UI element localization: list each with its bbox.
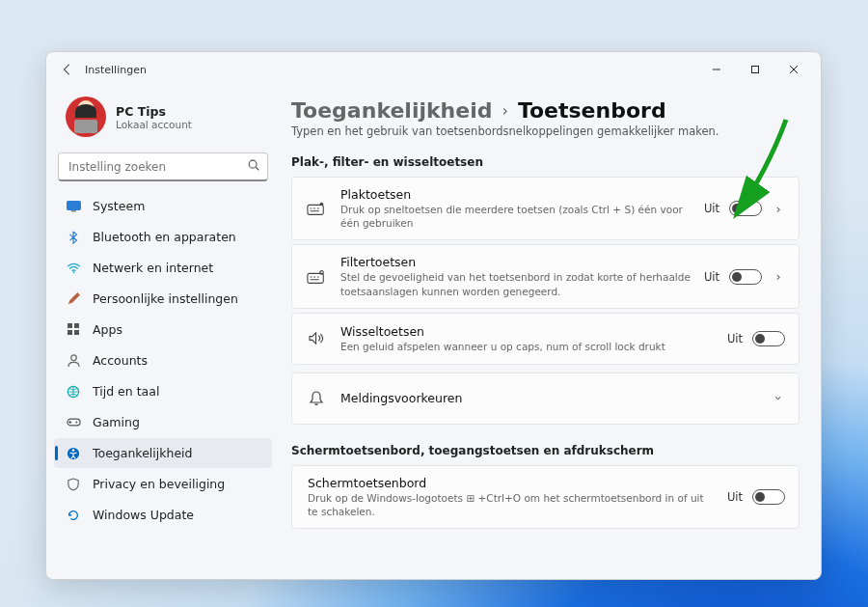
sidebar-item-label: Toegankelijkheid bbox=[93, 446, 193, 460]
card-filtertoetsen[interactable]: Filtertoetsen Stel de gevoeligheid van h… bbox=[291, 244, 800, 308]
svg-rect-4 bbox=[67, 201, 80, 209]
sidebar-item-label: Systeem bbox=[93, 199, 145, 213]
sidebar-item-privacy[interactable]: Privacy en beveiliging bbox=[54, 469, 272, 499]
close-button[interactable] bbox=[774, 55, 813, 84]
sidebar: PC Tips Lokaal account Systeem Bluetooth… bbox=[46, 87, 280, 579]
svg-point-14 bbox=[75, 422, 77, 424]
brush-icon bbox=[66, 291, 81, 307]
svg-rect-9 bbox=[68, 330, 72, 335]
sidebar-item-gaming[interactable]: Gaming bbox=[54, 407, 272, 437]
avatar bbox=[66, 97, 106, 137]
card-desc: Druk op de Windows-logotoets ⊞ +Ctrl+O o… bbox=[308, 491, 714, 518]
settings-window: Instellingen PC Tips Lokaal account bbox=[45, 51, 822, 580]
bluetooth-icon bbox=[66, 230, 81, 245]
person-icon bbox=[66, 353, 81, 369]
svg-point-11 bbox=[70, 354, 76, 360]
content-area: PC Tips Lokaal account Systeem Bluetooth… bbox=[46, 87, 821, 579]
sidebar-item-toegankelijkheid[interactable]: Toegankelijkheid bbox=[54, 438, 272, 468]
card-title: Schermtoetsenbord bbox=[308, 476, 714, 490]
svg-line-3 bbox=[256, 167, 258, 170]
sidebar-item-persoonlijk[interactable]: Persoonlijke instellingen bbox=[54, 284, 272, 314]
toggle-state: Uit bbox=[704, 202, 719, 215]
window-title: Instellingen bbox=[85, 64, 147, 76]
card-title: Filtertoetsen bbox=[340, 255, 691, 269]
sidebar-item-label: Bluetooth en apparaten bbox=[93, 230, 236, 244]
card-title: Plaktoetsen bbox=[340, 187, 691, 202]
svg-point-2 bbox=[249, 160, 257, 168]
sidebar-item-label: Windows Update bbox=[93, 508, 194, 522]
apps-icon bbox=[66, 322, 81, 338]
main-panel: Toegankelijkheid › Toetsenbord Typen en … bbox=[280, 87, 821, 579]
window-controls bbox=[697, 55, 813, 84]
sidebar-item-label: Tijd en taal bbox=[93, 384, 159, 399]
search-wrap bbox=[58, 152, 268, 181]
sidebar-item-netwerk[interactable]: Netwerk en internet bbox=[54, 253, 272, 283]
sidebar-item-bluetooth[interactable]: Bluetooth en apparaten bbox=[54, 222, 272, 252]
svg-point-6 bbox=[72, 271, 74, 273]
titlebar: Instellingen bbox=[46, 52, 821, 87]
toggle-state: Uit bbox=[727, 332, 743, 345]
card-desc: Druk op sneltoetsen die meerdere toetsen… bbox=[340, 203, 691, 230]
monitor-icon bbox=[66, 199, 81, 214]
breadcrumb-parent[interactable]: Toegankelijkheid bbox=[291, 98, 492, 123]
section-label-2: Schermtoetsenbord, toegangstoetsen en af… bbox=[291, 444, 800, 457]
svg-rect-8 bbox=[74, 323, 79, 328]
bell-icon bbox=[306, 390, 327, 406]
svg-rect-17 bbox=[308, 206, 323, 215]
toggle-filtertoetsen[interactable] bbox=[729, 269, 762, 285]
shield-icon bbox=[66, 477, 81, 492]
profile-subtitle: Lokaal account bbox=[116, 119, 192, 130]
svg-rect-5 bbox=[71, 210, 76, 212]
search-input[interactable] bbox=[58, 152, 268, 181]
card-desc: Stel de gevoeligheid van het toetsenbord… bbox=[340, 270, 691, 297]
section-label-1: Plak-, filter- en wisseltoetsen bbox=[291, 155, 800, 169]
toggle-state: Uit bbox=[727, 490, 743, 504]
back-button[interactable] bbox=[54, 56, 81, 83]
sidebar-item-apps[interactable]: Apps bbox=[54, 315, 272, 345]
toggle-wisseltoetsen[interactable] bbox=[752, 331, 785, 346]
keyboard-icon bbox=[306, 201, 327, 216]
sidebar-item-accounts[interactable]: Accounts bbox=[54, 345, 272, 375]
chevron-right-icon[interactable]: › bbox=[772, 202, 785, 216]
card-title: Wisseltoetsen bbox=[340, 324, 714, 339]
card-schermtoetsenbord[interactable]: Schermtoetsenbord Druk op de Windows-log… bbox=[291, 465, 800, 529]
card-plaktoetsen[interactable]: Plaktoetsen Druk op sneltoetsen die meer… bbox=[291, 177, 800, 240]
nav-list: Systeem Bluetooth en apparaten Netwerk e… bbox=[54, 191, 272, 530]
chevron-right-icon[interactable]: › bbox=[772, 269, 785, 284]
sidebar-item-label: Gaming bbox=[93, 415, 140, 429]
breadcrumb: Toegankelijkheid › Toetsenbord bbox=[291, 98, 800, 123]
maximize-button[interactable] bbox=[736, 55, 774, 84]
profile-block[interactable]: PC Tips Lokaal account bbox=[54, 91, 272, 151]
filter-keyboard-icon bbox=[306, 269, 327, 285]
card-title: Meldingsvoorkeuren bbox=[340, 391, 758, 405]
sidebar-item-label: Accounts bbox=[93, 353, 148, 368]
accessibility-icon bbox=[66, 446, 81, 461]
sidebar-item-label: Persoonlijke instellingen bbox=[93, 291, 238, 306]
sidebar-item-label: Apps bbox=[93, 322, 122, 337]
svg-point-18 bbox=[320, 203, 324, 207]
svg-point-16 bbox=[72, 449, 75, 452]
svg-rect-10 bbox=[74, 330, 79, 335]
chevron-right-icon: › bbox=[502, 101, 507, 120]
minimize-button[interactable] bbox=[697, 55, 736, 84]
svg-rect-1 bbox=[752, 67, 759, 73]
profile-name: PC Tips bbox=[116, 104, 192, 119]
sidebar-item-tijd[interactable]: Tijd en taal bbox=[54, 376, 272, 406]
gamepad-icon bbox=[66, 415, 81, 430]
search-icon bbox=[247, 158, 260, 175]
toggle-plaktoetsen[interactable] bbox=[729, 201, 762, 216]
card-meldingen[interactable]: Meldingsvoorkeuren › bbox=[291, 372, 800, 425]
chevron-down-icon[interactable]: › bbox=[772, 392, 786, 405]
toggle-schermtoetsenbord[interactable] bbox=[752, 489, 785, 505]
svg-rect-7 bbox=[68, 323, 72, 328]
globe-icon bbox=[66, 384, 81, 400]
sidebar-item-systeem[interactable]: Systeem bbox=[54, 191, 272, 221]
breadcrumb-current: Toetsenbord bbox=[518, 98, 666, 123]
card-desc: Een geluid afspelen wanneer u op caps, n… bbox=[340, 340, 714, 353]
sound-icon bbox=[306, 331, 327, 345]
sidebar-item-label: Privacy en beveiliging bbox=[93, 477, 225, 491]
card-wisseltoetsen[interactable]: Wisseltoetsen Een geluid afspelen wannee… bbox=[291, 313, 800, 365]
sidebar-item-update[interactable]: Windows Update bbox=[54, 500, 272, 530]
sidebar-item-label: Netwerk en internet bbox=[93, 261, 213, 275]
svg-rect-19 bbox=[308, 273, 323, 283]
